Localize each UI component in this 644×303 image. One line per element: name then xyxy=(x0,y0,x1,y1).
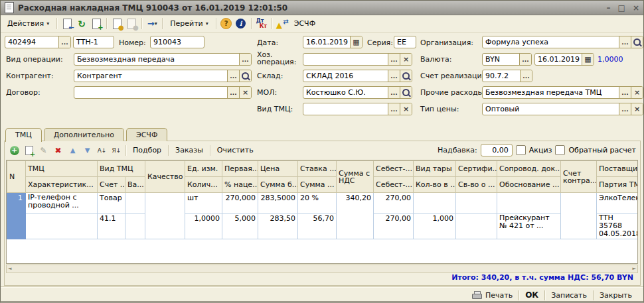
price-type-select-button[interactable]: ... xyxy=(619,103,631,115)
cell-tmc[interactable]: IP-телефон с проводной ... xyxy=(26,193,98,213)
price-type-clear-button[interactable]: × xyxy=(631,103,643,115)
cell-supplier[interactable]: ЭлкоТелек xyxy=(597,193,638,213)
tab-additional[interactable]: Дополнительно xyxy=(44,128,124,141)
other-expenses-select-button[interactable]: ... xyxy=(619,87,631,98)
other-expenses-field[interactable]: Безвозмездная передача ТМЦ ... × xyxy=(482,86,643,99)
series-field[interactable]: ЕЕ xyxy=(394,36,416,48)
orders-button[interactable]: Заказы xyxy=(172,146,206,154)
organization-search-button[interactable] xyxy=(631,36,643,48)
go-button[interactable]: Перейти ▾ xyxy=(166,18,212,29)
actions-button[interactable]: Действия ▾ xyxy=(3,18,53,29)
clear-button[interactable]: Очистить xyxy=(214,146,257,154)
cell-kind[interactable]: Товар xyxy=(98,193,125,213)
cell-quality[interactable] xyxy=(145,193,185,239)
cell-amount-vat[interactable]: 340,20 xyxy=(337,193,374,239)
tab-tmc[interactable]: ТМЦ xyxy=(5,128,42,142)
sales-account-field[interactable]: 90.7.2 ... xyxy=(482,70,532,82)
cell-characteristic[interactable] xyxy=(26,213,98,239)
dtkt-button[interactable]: Дт Кт xyxy=(255,17,268,30)
refresh-button[interactable]: ↻ xyxy=(75,17,88,30)
business-operation-clear-button[interactable]: × xyxy=(400,54,412,65)
row-number-cell[interactable]: 1 xyxy=(7,193,26,239)
cell-tare-qty[interactable]: 1,000 xyxy=(414,213,456,239)
pick-button[interactable]: Подбор xyxy=(129,146,165,154)
cell-accomp-doc[interactable] xyxy=(497,193,561,213)
cell-vat-rate[interactable]: 20 % xyxy=(298,193,337,213)
business-operation-field[interactable]: ... × xyxy=(303,53,412,66)
mol-select-button[interactable]: ... xyxy=(388,87,400,98)
organization-select-button[interactable]: ... xyxy=(619,36,631,48)
warehouse-field[interactable]: СКЛАД 2016 ... xyxy=(303,70,412,82)
post-document-button[interactable]: ● xyxy=(110,17,123,30)
minimize-button[interactable]: – xyxy=(607,4,611,12)
cell-tare-kind[interactable] xyxy=(414,193,456,213)
cell-cost1[interactable]: 270,00 xyxy=(374,193,414,213)
cell-unit[interactable]: шт xyxy=(185,193,222,213)
counterparty-search-button[interactable] xyxy=(239,70,251,82)
other-expenses-clear-button[interactable]: × xyxy=(631,87,643,98)
price-type-field[interactable]: Оптовый ... × xyxy=(482,103,643,115)
cell-contra-account[interactable] xyxy=(561,193,597,239)
save-button[interactable]: Записать xyxy=(545,291,593,300)
reverse-calc-checkbox[interactable] xyxy=(555,145,565,155)
markup-field[interactable]: 0,00 xyxy=(481,144,513,156)
doc-code-select-button[interactable]: ... xyxy=(58,36,70,48)
operation-kind-select-button[interactable]: ... xyxy=(239,54,251,65)
number-field[interactable]: 910043 xyxy=(150,36,204,48)
operation-kind-field[interactable]: Безвозмездная передача ... xyxy=(74,53,252,66)
cell-account[interactable]: 41.1 xyxy=(98,213,125,239)
business-operation-select-button[interactable]: ... xyxy=(388,54,400,65)
organization-field[interactable]: Формула успеха ... xyxy=(482,36,643,48)
counterparty-field[interactable]: Контрагент ... xyxy=(74,70,252,82)
date-calendar-button[interactable]: ▦ xyxy=(350,36,362,48)
mol-search-button[interactable] xyxy=(400,87,412,98)
copy-row-button[interactable]: + xyxy=(23,145,35,156)
delete-row-button[interactable]: ✖ xyxy=(52,145,64,156)
contract-field[interactable]: ... × xyxy=(74,86,252,99)
excise-checkbox[interactable] xyxy=(516,145,526,155)
unpost-document-button[interactable]: ● xyxy=(125,17,138,30)
reread-button[interactable]: ← xyxy=(60,17,74,30)
output-button[interactable]: → ▾ xyxy=(145,17,159,30)
counterparty-select-button[interactable]: ... xyxy=(227,70,239,82)
contract-select-button[interactable]: ... xyxy=(227,87,239,98)
rate-date-calendar-button[interactable]: ▦ xyxy=(582,54,594,65)
scroll-right-icon[interactable]: ► xyxy=(633,265,636,273)
currency-select-button[interactable]: ... xyxy=(519,54,531,65)
close-window-button[interactable]: Закрыть xyxy=(594,291,638,300)
cell-qty[interactable]: 1,0000 xyxy=(185,213,222,239)
cell-val[interactable] xyxy=(125,213,145,239)
tab-eschf[interactable]: ЭСЧФ xyxy=(126,128,167,141)
form-code-field[interactable]: ТТН-1 xyxy=(73,36,114,48)
sort-desc-button[interactable]: Я↓ xyxy=(111,145,122,156)
cell-cost2[interactable]: 270,00 xyxy=(374,213,414,239)
tmc-kind-field[interactable]: ... × xyxy=(303,103,412,115)
ok-button[interactable]: ОК xyxy=(519,290,544,300)
horizontal-scrollbar[interactable]: ◄ ► xyxy=(6,265,638,273)
cell-justification[interactable]: Прейскурант № 421 от ... xyxy=(497,213,561,239)
cell-markup-pct[interactable]: 5,000 xyxy=(222,213,258,239)
cell-cert2[interactable] xyxy=(456,213,497,239)
scroll-left-icon[interactable]: ◄ xyxy=(8,265,11,273)
cell-batch[interactable]: ТТН 35768 04.05.2018 xyxy=(597,213,638,239)
help-button[interactable]: ? xyxy=(220,17,233,30)
print-button[interactable]: Печать xyxy=(466,291,519,300)
cell-price[interactable]: 283,5000 xyxy=(258,193,298,213)
contract-clear-button[interactable]: × xyxy=(239,87,251,98)
info-button[interactable]: i xyxy=(234,17,248,30)
warehouse-search-button[interactable] xyxy=(400,70,412,82)
sort-asc-button[interactable]: А↓ xyxy=(96,145,108,156)
currency-rate-date-field[interactable]: 16.01.2019 ▦ xyxy=(534,53,594,66)
add-row-button[interactable]: + xyxy=(9,145,20,156)
date-field[interactable]: 16.01.2019 ▦ xyxy=(303,36,362,48)
currency-field[interactable]: BYN ... xyxy=(482,53,532,66)
edit-row-button[interactable]: ✎ xyxy=(38,145,49,156)
tmc-kind-select-button[interactable]: ... xyxy=(388,103,400,115)
warehouse-select-button[interactable]: ... xyxy=(388,70,400,82)
cell-first[interactable]: 270,000 xyxy=(222,193,258,213)
structure-button[interactable]: ▲ ⇄ xyxy=(276,17,289,30)
copy-button[interactable]: + xyxy=(90,17,103,30)
close-button[interactable]: × xyxy=(633,4,639,12)
sales-account-select-button[interactable]: ... xyxy=(520,70,532,82)
cell-amount-wo[interactable]: 283,50 xyxy=(258,213,298,239)
